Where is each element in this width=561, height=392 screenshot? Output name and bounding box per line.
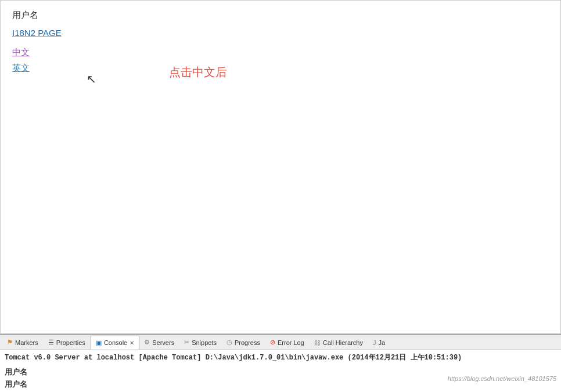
- tab-callhierarchy-label: Call Hierarchy: [323, 339, 363, 346]
- lang-en-link[interactable]: 英文: [12, 63, 549, 74]
- console-close-icon[interactable]: ✕: [130, 340, 134, 346]
- tab-console[interactable]: Console ✕: [91, 336, 139, 350]
- tab-snippets-label: Snippets: [192, 339, 217, 346]
- properties-icon: [48, 339, 54, 346]
- console-content: Tomcat v6.0 Server at localhost [Apache …: [0, 350, 561, 365]
- errorlog-icon: [270, 339, 275, 346]
- snippets-icon: [184, 339, 189, 346]
- console-line2: 用户名: [5, 379, 27, 391]
- browser-content: 用户名 I18N2 PAGE 中文 英文 点击中文后 ↖: [0, 0, 561, 334]
- tab-markers-label: Markers: [15, 339, 38, 346]
- tab-servers-label: Servers: [152, 339, 174, 346]
- click-hint-text: 点击中文后: [169, 64, 227, 80]
- tab-ja-label: Ja: [378, 339, 385, 346]
- tab-console-label: Console: [104, 339, 127, 346]
- console-line1: 用户名: [5, 366, 27, 379]
- progress-icon: [226, 339, 232, 346]
- tab-errorlog[interactable]: Error Log: [265, 335, 310, 350]
- tab-progress-label: Progress: [235, 339, 260, 346]
- tab-snippets[interactable]: Snippets: [179, 335, 222, 350]
- console-footer: 用户名 用户名 https://blog.csdn.net/weixin_481…: [0, 365, 561, 392]
- servers-icon: [144, 339, 150, 346]
- bottom-panel: Markers Properties Console ✕ Servers Sni…: [0, 334, 561, 392]
- console-server-line: Tomcat v6.0 Server at localhost [Apache …: [5, 353, 556, 363]
- tab-markers[interactable]: Markers: [2, 335, 44, 350]
- tab-ja[interactable]: Ja: [368, 335, 390, 350]
- page-link[interactable]: I18N2 PAGE: [12, 28, 549, 38]
- tab-callhierarchy[interactable]: Call Hierarchy: [310, 335, 368, 350]
- username-label: 用户名: [12, 10, 549, 21]
- markers-icon: [7, 339, 13, 346]
- tab-properties-label: Properties: [56, 339, 85, 346]
- watermark-text: https://blog.csdn.net/weixin_48101575: [448, 375, 556, 382]
- ja-icon: [373, 339, 376, 346]
- tab-servers[interactable]: Servers: [139, 335, 179, 350]
- tab-progress[interactable]: Progress: [222, 335, 265, 350]
- tab-bar: Markers Properties Console ✕ Servers Sni…: [0, 335, 561, 350]
- console-usernames: 用户名 用户名: [5, 366, 27, 391]
- tab-errorlog-label: Error Log: [278, 339, 304, 346]
- cursor-icon: ↖: [87, 73, 96, 85]
- callhierarchy-icon: [314, 339, 321, 346]
- console-icon: [96, 339, 102, 347]
- lang-zh-link[interactable]: 中文: [12, 47, 549, 58]
- tab-properties[interactable]: Properties: [44, 335, 91, 350]
